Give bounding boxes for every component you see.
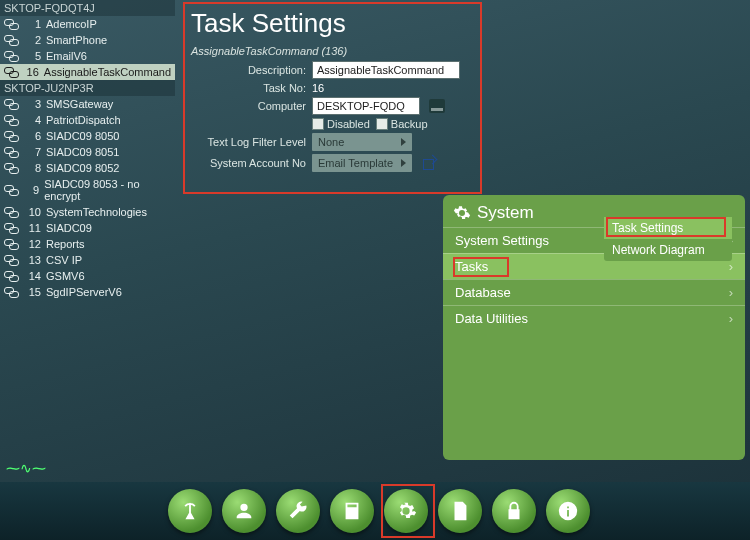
- sidebar-item[interactable]: 8SIADC09 8052: [0, 160, 175, 176]
- label-sysacct: System Account No: [191, 157, 306, 169]
- link-icon: [4, 51, 18, 61]
- sidebar-item-label: CSV IP: [46, 254, 82, 266]
- task-settings-panel: Task Settings AssignableTaskCommand (136…: [185, 4, 480, 192]
- menu-item-database[interactable]: Database›: [443, 279, 745, 305]
- sysacct-combo[interactable]: Email Template: [312, 154, 412, 172]
- sidebar-item-label: AssignableTaskCommand: [44, 66, 171, 78]
- system-menu-title: System: [477, 203, 534, 223]
- panel-subtitle: AssignableTaskCommand (136): [191, 45, 474, 57]
- chevron-right-icon: [401, 159, 406, 167]
- external-link-icon[interactable]: [422, 156, 436, 170]
- link-icon: [4, 163, 18, 173]
- link-icon: [4, 19, 18, 29]
- sidebar-item[interactable]: 7SIADC09 8051: [0, 144, 175, 160]
- link-icon: [4, 185, 17, 195]
- toolbar-user-button[interactable]: [222, 489, 266, 533]
- toolbar-wrench-button[interactable]: [276, 489, 320, 533]
- label-filter: Text Log Filter Level: [191, 136, 306, 148]
- highlight-box: [453, 257, 509, 277]
- sidebar-item[interactable]: 14GSMV6: [0, 268, 175, 284]
- link-icon: [4, 287, 18, 297]
- label-computer: Computer: [191, 100, 306, 112]
- disabled-checkbox[interactable]: Disabled: [312, 118, 370, 130]
- sidebar-item[interactable]: 3SMSGateway: [0, 96, 175, 112]
- sidebar-group-header: SKTOP-FQDQT4J: [0, 0, 175, 16]
- sidebar-item[interactable]: 5EmailV6: [0, 48, 175, 64]
- sidebar-item-label: SystemTechnologies: [46, 206, 147, 218]
- link-icon: [4, 207, 18, 217]
- link-icon: [4, 99, 18, 109]
- sidebar-item-label: SIADC09: [46, 222, 92, 234]
- toolbar-lock-button[interactable]: [492, 489, 536, 533]
- sidebar-item[interactable]: 9SIADC09 8053 - no encrypt: [0, 176, 175, 204]
- toolbar-calculator-button[interactable]: [330, 489, 374, 533]
- chevron-right-icon: [401, 138, 406, 146]
- chevron-right-icon: ›: [729, 259, 733, 274]
- sidebar-item[interactable]: 10SystemTechnologies: [0, 204, 175, 220]
- toolbar-document-button[interactable]: [438, 489, 482, 533]
- sidebar-item-label: SMSGateway: [46, 98, 113, 110]
- filter-combo[interactable]: None: [312, 133, 412, 151]
- label-taskno: Task No:: [191, 82, 306, 94]
- sidebar-item-label: SIADC09 8051: [46, 146, 119, 158]
- sidebar-item[interactable]: 11SIADC09: [0, 220, 175, 236]
- sidebar-item-label: SgdIPServerV6: [46, 286, 122, 298]
- link-icon: [4, 255, 18, 265]
- sidebar-item-selected[interactable]: 16AssignableTaskCommand: [0, 64, 175, 80]
- chevron-right-icon: ›: [729, 311, 733, 326]
- sidebar-item[interactable]: 12Reports: [0, 236, 175, 252]
- sidebar-item[interactable]: 4PatriotDispatch: [0, 112, 175, 128]
- link-icon: [4, 223, 18, 233]
- chevron-right-icon: ›: [729, 285, 733, 300]
- computer-input[interactable]: [312, 97, 420, 115]
- link-icon: [4, 239, 18, 249]
- sidebar-item-label: Reports: [46, 238, 85, 250]
- main-toolbar: [0, 482, 750, 540]
- link-icon: [4, 35, 18, 45]
- highlight-box: [381, 484, 435, 538]
- sidebar-group-header: SKTOP-JU2NP3R: [0, 80, 175, 96]
- backup-checkbox[interactable]: Backup: [376, 118, 428, 130]
- sidebar-item-label: GSMV6: [46, 270, 85, 282]
- highlight-box: [606, 217, 726, 237]
- panel-title: Task Settings: [191, 8, 474, 39]
- sidebar-item[interactable]: 13CSV IP: [0, 252, 175, 268]
- toolbar-antenna-button[interactable]: [168, 489, 212, 533]
- link-icon: [4, 115, 18, 125]
- sidebar-item-label: AdemcoIP: [46, 18, 97, 30]
- sidebar-item[interactable]: 2SmartPhone: [0, 32, 175, 48]
- toolbar-info-button[interactable]: [546, 489, 590, 533]
- link-icon: [4, 131, 18, 141]
- sidebar: SKTOP-FQDQT4J 1AdemcoIP 2SmartPhone 5Ema…: [0, 0, 175, 300]
- sidebar-item-label: SIADC09 8053 - no encrypt: [44, 178, 171, 202]
- link-icon: [4, 271, 18, 281]
- gear-icon: [453, 204, 471, 222]
- sidebar-item-label: EmailV6: [46, 50, 87, 62]
- submenu-item-network-diagram[interactable]: Network Diagram: [604, 239, 732, 261]
- sidebar-item-label: SmartPhone: [46, 34, 107, 46]
- sidebar-item-label: PatriotDispatch: [46, 114, 121, 126]
- browse-icon[interactable]: [429, 99, 445, 113]
- link-icon: [4, 147, 18, 157]
- sidebar-item-label: SIADC09 8052: [46, 162, 119, 174]
- label-description: Description:: [191, 64, 306, 76]
- tasks-submenu: Task Settings Network Diagram: [604, 217, 732, 261]
- link-icon: [4, 67, 17, 77]
- menu-item-data-utilities[interactable]: Data Utilities›: [443, 305, 745, 331]
- sidebar-item[interactable]: 15SgdIPServerV6: [0, 284, 175, 300]
- description-input[interactable]: [312, 61, 460, 79]
- heartbeat-icon: ⁓∿⁓: [6, 460, 46, 476]
- taskno-value: 16: [312, 82, 324, 94]
- sidebar-item[interactable]: 6SIADC09 8050: [0, 128, 175, 144]
- sidebar-item[interactable]: 1AdemcoIP: [0, 16, 175, 32]
- sidebar-item-label: SIADC09 8050: [46, 130, 119, 142]
